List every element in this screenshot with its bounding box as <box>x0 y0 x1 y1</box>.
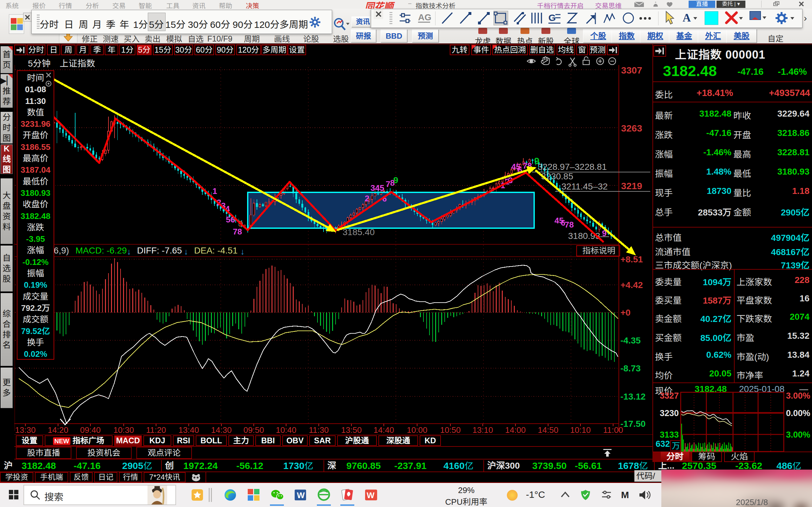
svg-text:7: 7 <box>386 179 390 189</box>
svg-text:3.00%: 3.00% <box>786 391 810 400</box>
svg-text:-4.35: -4.35 <box>620 336 641 345</box>
svg-text:W: W <box>367 491 374 500</box>
svg-text:10:50: 10:50 <box>440 425 461 435</box>
svg-text:DEA: -4.51: DEA: -4.51 <box>194 245 238 256</box>
svg-text:3211.45–32: 3211.45–32 <box>561 181 608 191</box>
svg-text:13:50: 13:50 <box>341 425 362 435</box>
svg-text:DIFF: -7.65: DIFF: -7.65 <box>137 245 182 256</box>
svg-text:3230: 3230 <box>660 408 679 418</box>
svg-text:+8.51: +8.51 <box>620 255 643 264</box>
svg-text:↓: ↓ <box>127 247 131 257</box>
svg-text:9: 9 <box>393 175 398 185</box>
svg-text:14:00: 14:00 <box>505 425 525 435</box>
svg-text:09:40: 09:40 <box>80 425 101 435</box>
svg-text:↓: ↓ <box>184 247 188 257</box>
svg-text:-17.50: -17.50 <box>620 419 646 429</box>
svg-text:指标说明: 指标说明 <box>582 246 615 256</box>
svg-text:3219: 3219 <box>621 181 642 191</box>
svg-text:+0: +0 <box>620 308 630 318</box>
svg-text:78: 78 <box>233 227 242 236</box>
svg-text:09:50: 09:50 <box>243 425 264 435</box>
svg-text:14:50: 14:50 <box>538 425 558 435</box>
svg-text:13:40: 13:40 <box>178 425 199 435</box>
svg-text:10:30: 10:30 <box>113 425 134 435</box>
svg-text:632: 632 <box>656 439 670 449</box>
svg-text:11:00: 11:00 <box>603 425 623 435</box>
svg-text:MACD: -6.29: MACD: -6.29 <box>75 245 127 256</box>
svg-text:↓: ↓ <box>241 247 245 257</box>
svg-text:-13.12: -13.12 <box>620 392 646 401</box>
svg-text:0.00%: 0.00% <box>786 408 810 418</box>
svg-text:3263: 3263 <box>621 123 642 133</box>
svg-text:AG: AG <box>418 12 432 22</box>
svg-text:10:10: 10:10 <box>570 425 591 435</box>
svg-text:11:20: 11:20 <box>146 425 166 435</box>
svg-text:1: 1 <box>212 186 217 196</box>
svg-text:2: 2 <box>365 193 369 203</box>
svg-text:W: W <box>297 491 305 500</box>
svg-text:3133: 3133 <box>660 430 679 440</box>
svg-text:11:30: 11:30 <box>309 425 328 435</box>
svg-text:78: 78 <box>565 220 574 229</box>
svg-text:3185.40: 3185.40 <box>343 227 374 237</box>
svg-text:345: 345 <box>370 183 384 193</box>
svg-text:13:10: 13:10 <box>472 425 493 435</box>
svg-text:3228.97–3228.81: 3228.97–3228.81 <box>538 162 607 172</box>
svg-text:M: M <box>621 490 629 500</box>
svg-text:+4.42: +4.42 <box>620 280 643 290</box>
svg-text:9: 9 <box>534 156 540 166</box>
svg-text:A: A <box>682 11 691 24</box>
svg-text:3327: 3327 <box>660 391 679 400</box>
svg-text:10:00: 10:00 <box>407 425 427 435</box>
svg-text:万: 万 <box>672 441 680 451</box>
svg-text:13:30: 13:30 <box>15 425 36 435</box>
svg-text:-8.73: -8.73 <box>620 363 641 373</box>
svg-text:G: G <box>548 12 556 23</box>
svg-text:14:40: 14:40 <box>373 425 394 435</box>
svg-text:3307: 3307 <box>621 65 642 75</box>
svg-text:14:20: 14:20 <box>48 425 68 435</box>
svg-text:14:30: 14:30 <box>211 425 232 435</box>
svg-text:10:40: 10:40 <box>275 425 296 435</box>
svg-text:3.00%: 3.00% <box>786 430 810 440</box>
